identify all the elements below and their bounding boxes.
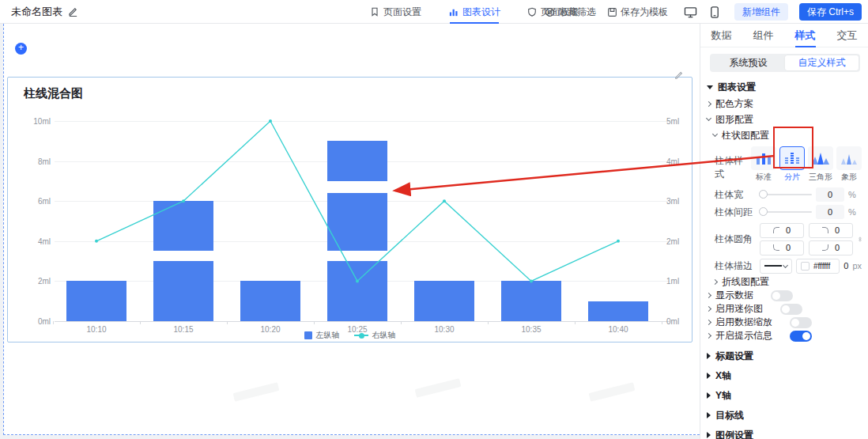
chevron-right-icon <box>706 100 711 106</box>
section-y-axis[interactable]: Y轴 <box>707 387 862 404</box>
chart-design-icon <box>448 7 459 17</box>
stroke-color-picker[interactable]: #ffffff <box>796 259 840 274</box>
hide-filter-label: 隐藏筛选 <box>558 6 596 19</box>
chart-widget[interactable]: 柱线混合图 10ml5ml8ml4ml6ml3ml4ml2ml2ml1ml0ml… <box>7 77 693 342</box>
custom-style-segment[interactable]: 自定义样式 <box>785 55 859 70</box>
radius-top-right-input[interactable]: 0 <box>809 223 853 238</box>
watermark <box>415 378 462 398</box>
edit-pencil-icon[interactable] <box>68 6 78 17</box>
bar-style-pictogram[interactable]: 象形 <box>836 146 862 183</box>
slider-thumb[interactable] <box>759 207 768 216</box>
item-label: 启用迷你图 <box>715 302 763 316</box>
panel-tab-component[interactable]: 组件 <box>753 24 774 47</box>
bar-style-sliced[interactable]: 分片 <box>779 146 805 183</box>
stroke-width-unit: px <box>852 261 862 271</box>
option-label: 标准 <box>756 172 772 183</box>
corner-br-icon <box>822 244 828 251</box>
stroke-width-value[interactable]: 0 <box>843 261 848 271</box>
item-label: 配色方案 <box>715 97 753 111</box>
caret-down-icon <box>707 85 713 89</box>
chevron-down-icon <box>712 131 718 137</box>
radius-top-left-input[interactable]: 0 <box>760 223 804 238</box>
chevron-right-icon <box>706 320 711 325</box>
solid-line-icon <box>764 265 782 267</box>
show-data-toggle[interactable] <box>771 290 793 301</box>
bar-width-slider[interactable] <box>760 194 812 195</box>
save-button[interactable]: 保存 Ctrl+s <box>799 3 862 21</box>
section-label: 图表设置 <box>718 81 756 94</box>
chevron-right-icon <box>706 306 711 312</box>
bookmark-icon <box>370 7 379 17</box>
section-x-axis[interactable]: X轴 <box>707 367 862 384</box>
panel-tabs: 数据 组件 样式 交互 <box>700 24 868 47</box>
bar-width-unit: % <box>848 190 856 199</box>
bar-radius-label: 柱体圆角 <box>715 233 756 246</box>
panel-tab-style[interactable]: 样式 <box>795 24 816 47</box>
radius-bottom-left-input[interactable]: 0 <box>760 240 804 255</box>
tab-page-settings[interactable]: 页面设置 <box>370 0 421 24</box>
tab-label: 图表设计 <box>462 6 500 19</box>
panel-tab-data[interactable]: 数据 <box>711 24 732 47</box>
mini-chart-toggle[interactable] <box>780 304 802 315</box>
slider-thumb[interactable] <box>759 190 768 199</box>
watermark <box>589 382 636 402</box>
chart-title-group: 未命名图表 <box>0 5 78 19</box>
style-tree: 图表设置 配色方案 图形配置 柱状图配置 柱体样式 <box>700 75 868 439</box>
add-component-button[interactable]: 新增组件 <box>734 3 788 21</box>
bar-stroke-row: 柱体描边 #ffffff 0 px <box>707 257 862 274</box>
item-color-scheme[interactable]: 配色方案 <box>707 96 862 112</box>
legend-label: 右纵轴 <box>372 330 396 341</box>
option-label: 分片 <box>784 172 800 183</box>
canvas-board[interactable]: + 柱线混合图 10ml5ml8ml4ml6ml3ml4ml2ml2ml1ml0… <box>3 24 700 435</box>
legend-item[interactable]: 右纵轴 <box>354 330 396 341</box>
chart-legend: 左纵轴右纵轴 <box>8 330 692 341</box>
item-line-config[interactable]: 折线图配置 <box>707 274 862 289</box>
bar-style-row: 柱体样式 标准 <box>707 143 862 186</box>
bar-width-row: 柱体宽 0 % <box>707 186 862 203</box>
bar-gap-input[interactable]: 0 <box>816 205 844 219</box>
chart-plot: 10ml5ml8ml4ml6ml3ml4ml2ml2ml1ml0ml0ml10:… <box>8 78 693 343</box>
chevron-down-icon <box>706 115 711 121</box>
section-title-settings[interactable]: 标题设置 <box>707 347 862 365</box>
panel-tab-interaction[interactable]: 交互 <box>837 24 858 47</box>
tab-chart-design[interactable]: 图表设计 <box>448 0 500 24</box>
color-swatch <box>801 262 810 271</box>
item-label: 启用数据缩放 <box>715 316 772 329</box>
mobile-view-icon[interactable] <box>706 4 723 20</box>
link-corners-icon[interactable] <box>859 233 862 245</box>
stroke-style-select[interactable] <box>760 259 792 274</box>
section-legend-settings[interactable]: 图例设置 <box>707 426 862 439</box>
save-template-label: 保存为模板 <box>621 6 668 19</box>
legend-dot <box>359 333 364 339</box>
tab-label: 页面设置 <box>383 6 421 19</box>
item-show-data: 显示数据 <box>707 289 862 302</box>
bar-style-standard[interactable]: 标准 <box>751 146 776 183</box>
item-graph-config[interactable]: 图形配置 <box>707 112 862 127</box>
hide-filter-button[interactable]: 隐藏筛选 <box>545 6 596 19</box>
system-preset-segment[interactable]: 系统预设 <box>711 55 785 70</box>
topbar-actions: 隐藏筛选 保存为模板 <box>545 0 862 24</box>
tooltip-toggle[interactable] <box>790 331 812 342</box>
section-chart-settings[interactable]: 图表设置 <box>707 78 862 96</box>
data-zoom-toggle[interactable] <box>790 317 812 328</box>
caret-right-icon <box>707 432 711 438</box>
line-series[interactable] <box>8 78 693 343</box>
legend-label: 左纵轴 <box>316 330 340 341</box>
bar-style-triangle[interactable]: 三角形 <box>808 146 833 183</box>
style-panel: 数据 组件 样式 交互 系统预设 自定义样式 图表设置 配色方案 图形配置 <box>700 24 868 439</box>
item-bar-config[interactable]: 柱状图配置 <box>707 127 862 143</box>
save-as-template-button[interactable]: 保存为模板 <box>607 6 668 19</box>
preset-segmented-control: 系统预设 自定义样式 <box>710 54 860 72</box>
radius-bottom-right-input[interactable]: 0 <box>809 240 853 255</box>
topbar: 未命名图表 页面设置 图表设计 <box>0 0 868 24</box>
save-template-icon <box>607 7 617 17</box>
item-tooltip: 开启提示信息 <box>707 329 862 342</box>
pictogram-bars-icon <box>840 151 859 165</box>
section-target-line[interactable]: 目标线 <box>707 407 862 424</box>
legend-item[interactable]: 左纵轴 <box>304 330 340 341</box>
desktop-view-icon[interactable] <box>682 4 700 20</box>
caret-right-icon <box>707 373 711 379</box>
bar-gap-slider[interactable] <box>760 211 812 213</box>
add-icon[interactable]: + <box>15 43 27 55</box>
bar-width-input[interactable]: 0 <box>816 187 844 202</box>
